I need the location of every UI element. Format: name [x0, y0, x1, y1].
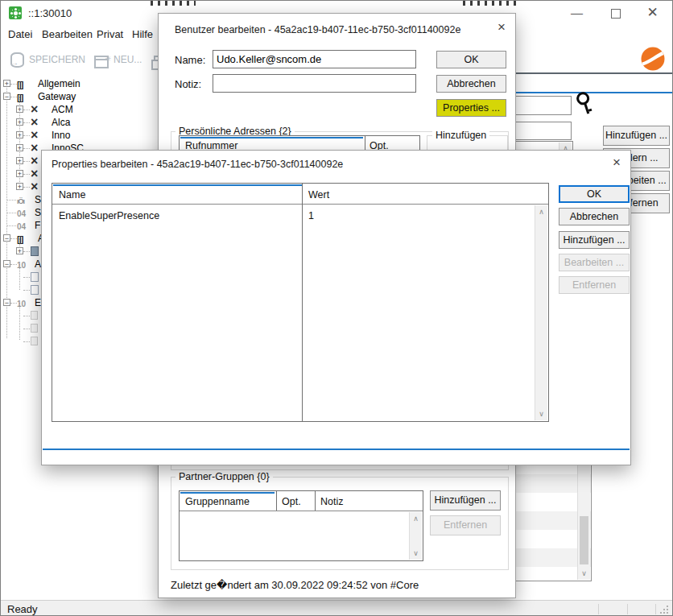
properties-ok-button[interactable]: OK [559, 185, 630, 203]
tree-item-Gateway[interactable]: −Gateway [1, 90, 168, 103]
new-button[interactable]: NEU... [94, 51, 142, 68]
add-subgroup-label: Hinzufügen [432, 130, 489, 141]
properties-dialog-title: Properties bearbeiten - 45a2ac19-b407-11… [52, 159, 343, 170]
clipped-text-fragment [463, 1, 519, 6]
dialog-accent-line [43, 449, 630, 450]
note-input[interactable] [213, 74, 416, 93]
x-icon [31, 130, 43, 141]
partner-col-note[interactable]: Notiz [320, 496, 343, 507]
scroll-up-icon[interactable]: ∧ [410, 515, 422, 523]
scroll-down-icon[interactable]: ∨ [578, 569, 590, 577]
pane-add-button[interactable]: Hinzufügen ... [603, 126, 670, 146]
scroll-thumb[interactable] [580, 516, 588, 564]
last-changed-text: Zuletzt ge�ndert am 30.09.2022 09:24:52 … [171, 579, 419, 591]
tree-item-Inno[interactable]: +Inno [1, 129, 168, 142]
save-icon [10, 52, 24, 68]
expand-icon[interactable]: + [16, 170, 23, 177]
collapse-icon[interactable]: − [3, 234, 10, 242]
properties-cancel-button[interactable]: Abbrechen [559, 208, 630, 225]
partner-table[interactable]: Gruppenname Opt. Notiz ∧ ∨ [179, 490, 423, 561]
scroll-down-icon[interactable]: ∨ [535, 410, 547, 418]
expand-icon[interactable]: + [16, 144, 23, 151]
property-row-name[interactable]: EnableSuperPresence [59, 210, 159, 221]
tree-item-ACM[interactable]: +ACM [1, 103, 168, 116]
properties-scrollbar[interactable]: ∧ ∨ [535, 205, 547, 420]
maximize-icon [611, 9, 621, 19]
doc-icon [31, 285, 39, 295]
tree-item-label: S [35, 207, 41, 218]
note-label: Notiz: [175, 78, 201, 90]
status-bar: Ready [1, 600, 672, 616]
properties-dialog: Properties bearbeiten - 45a2ac19-b407-11… [41, 150, 631, 465]
partner-add-button[interactable]: Hinzufügen ... [430, 490, 501, 511]
device-icon [17, 195, 30, 205]
properties-dialog-close-icon[interactable]: × [607, 155, 626, 172]
column-divider[interactable] [302, 184, 303, 421]
key-search-icon[interactable] [572, 89, 597, 116]
collapse-icon[interactable]: − [3, 299, 10, 306]
partner-col-opt[interactable]: Opt. [282, 496, 301, 507]
collapse-icon[interactable]: − [3, 260, 10, 267]
cancel-button[interactable]: Abbrechen [436, 75, 506, 93]
tree-item-Alca[interactable]: +Alca [1, 116, 168, 129]
expand-icon[interactable]: + [16, 183, 23, 190]
expand-icon[interactable]: + [16, 247, 23, 254]
properties-table[interactable]: Name Wert EnableSuperPresence 1 ∧ ∨ [52, 183, 549, 422]
name-label: Name: [175, 54, 205, 66]
properties-col-value[interactable]: Wert [308, 189, 329, 201]
menu-privat[interactable]: Privat [97, 28, 123, 40]
minimize-button[interactable]: — [559, 1, 595, 25]
tree-item-label: ACM [52, 104, 73, 115]
scroll-down-icon[interactable]: ∨ [410, 549, 422, 557]
x-icon [31, 105, 43, 115]
partner-scrollbar[interactable]: ∧ ∨ [409, 512, 422, 560]
user-dialog-close-icon[interactable]: × [492, 19, 511, 37]
clipped-text-fragment [151, 1, 196, 6]
properties-edit-button[interactable]: Bearbeiten ... [559, 254, 630, 271]
properties-button[interactable]: Properties ... [436, 99, 506, 117]
tree-item-label: Allgemein [38, 78, 81, 89]
partner-col-name[interactable]: Gruppenname [185, 496, 250, 507]
scroll-up-icon[interactable]: ∧ [535, 208, 547, 216]
status-text: Ready [7, 603, 38, 615]
column-divider[interactable] [276, 491, 277, 511]
brackets-icon [17, 234, 30, 244]
gear-icon [14, 11, 18, 15]
tree-item-label: S [35, 194, 41, 205]
menu-datei[interactable]: Datei [8, 28, 32, 40]
tree-item-label: A [35, 258, 41, 270]
properties-add-button[interactable]: Hinzufügen ... [559, 231, 630, 249]
tree-item-label: Alca [52, 117, 70, 128]
expand-icon[interactable]: + [3, 80, 10, 87]
n10-icon [17, 259, 30, 270]
property-row-value[interactable]: 1 [308, 210, 314, 221]
menu-hilfe[interactable]: Hilfe [132, 28, 153, 40]
name-input[interactable] [213, 50, 416, 68]
status-divider [598, 604, 599, 614]
tree-item-Allgemein[interactable]: +Allgemein [1, 77, 168, 90]
tree-item-label: Inno [52, 130, 70, 141]
expand-icon[interactable]: + [16, 131, 23, 138]
tree-item-label: E [35, 297, 41, 308]
new-icon [94, 56, 109, 68]
properties-col-name[interactable]: Name [59, 189, 85, 201]
doc-icon [31, 272, 39, 282]
partner-group-label: Partner-Gruppen {0} [175, 471, 273, 482]
menu-bearbeiten[interactable]: Bearbeiten [42, 28, 93, 40]
collapse-icon[interactable]: − [3, 93, 10, 100]
expand-icon[interactable]: + [16, 105, 23, 113]
n10-icon [17, 298, 30, 308]
status-divider [655, 604, 656, 614]
x-icon [31, 118, 43, 128]
expand-icon[interactable]: + [16, 157, 23, 164]
ok-button[interactable]: OK [436, 51, 506, 68]
properties-remove-button[interactable]: Entfernen [559, 276, 630, 294]
expand-icon[interactable]: + [16, 118, 23, 126]
app-icon [9, 6, 22, 19]
close-button[interactable]: ✕ [634, 1, 671, 25]
window-title: ::1:30010 [28, 7, 72, 19]
column-divider[interactable] [315, 491, 316, 511]
save-button[interactable]: SPEICHERN [10, 51, 85, 68]
partner-remove-button[interactable]: Entfernen [430, 515, 501, 535]
maximize-button[interactable] [597, 1, 634, 25]
